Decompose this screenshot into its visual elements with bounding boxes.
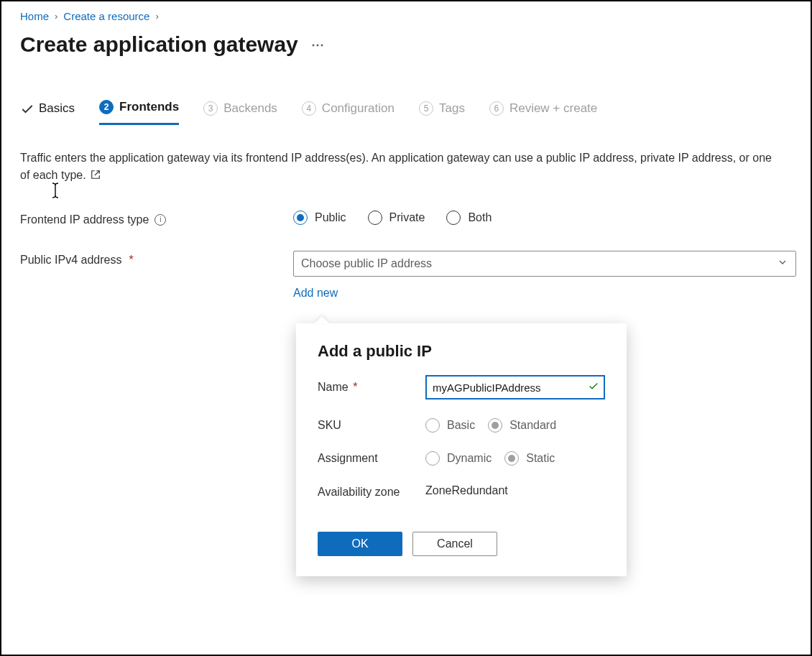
chevron-down-icon [777,257,788,271]
text-cursor-icon [52,183,59,202]
popover-name-label-text: Name [318,381,349,393]
tab-frontends-num: 2 [99,100,114,114]
add-public-ip-popover: Add a public IP Name * SKU Basic Standar… [296,323,627,576]
info-icon[interactable]: i [154,214,166,226]
chevron-right-icon: › [55,11,57,22]
more-icon[interactable]: ⋯ [311,37,326,52]
tab-configuration[interactable]: 4 Configuration [302,96,395,125]
radio-both-label: Both [468,211,492,224]
radio-assignment-static: Static [504,451,555,466]
radio-dot-icon [425,451,440,466]
radio-assignment-static-label: Static [526,452,555,465]
required-asterisk: * [129,254,133,267]
tab-basics-label: Basics [39,101,75,116]
radio-sku-basic: Basic [425,418,475,433]
popover-sku-label: SKU [318,419,425,432]
breadcrumb-create-resource[interactable]: Create a resource [63,10,149,22]
frontends-form: Frontend IP address type i Public Privat… [20,211,792,301]
radio-private-label: Private [389,211,425,224]
add-new-link[interactable]: Add new [293,287,338,300]
tab-review-num: 6 [489,101,504,116]
tab-basics[interactable]: Basics [20,96,75,125]
radio-dot-icon [446,211,461,225]
wizard-tabs: Basics 2 Frontends 3 Backends 4 Configur… [20,96,792,125]
check-icon [20,102,33,115]
frontends-description: Traffic enters the application gateway v… [20,149,782,185]
frontend-ip-type-label-text: Frontend IP address type [20,213,149,226]
radio-assignment-dynamic: Dynamic [425,451,492,466]
frontends-description-text: Traffic enters the application gateway v… [20,152,772,181]
popover-name-label: Name * [318,381,425,394]
popover-title: Add a public IP [318,342,605,361]
tab-review-create[interactable]: 6 Review + create [489,96,597,125]
radio-dot-icon [368,211,382,225]
public-ip-name-input[interactable] [425,375,605,399]
frontend-ip-type-radios: Public Private Both [293,211,796,225]
public-ipv4-label: Public IPv4 address * [20,251,293,267]
required-asterisk: * [353,381,357,393]
public-ipv4-label-text: Public IPv4 address [20,254,121,267]
tab-configuration-label: Configuration [322,101,395,116]
breadcrumb-home[interactable]: Home [20,10,49,22]
tab-backends[interactable]: 3 Backends [203,96,277,125]
tab-configuration-num: 4 [302,101,316,116]
cancel-button[interactable]: Cancel [412,532,497,556]
frontend-ip-type-label: Frontend IP address type i [20,211,293,226]
radio-both[interactable]: Both [446,211,492,225]
tab-tags-label: Tags [439,101,465,116]
radio-private[interactable]: Private [368,211,425,225]
popover-az-label: Availability zone [318,484,425,500]
public-ip-select-placeholder: Choose public IP address [301,257,432,270]
tab-backends-label: Backends [223,101,277,116]
tab-frontends-label: Frontends [119,100,179,114]
radio-dot-icon [488,418,502,433]
radio-dot-icon [504,451,519,466]
radio-assignment-dynamic-label: Dynamic [447,452,492,465]
public-ip-select[interactable]: Choose public IP address [293,251,796,277]
page-title: Create application gateway ⋯ [20,32,792,57]
radio-dot-icon [425,418,440,433]
popover-az-value: ZoneRedundant [425,484,605,497]
chevron-right-icon: › [155,11,158,22]
tab-backends-num: 3 [203,101,218,116]
tab-review-label: Review + create [509,101,597,116]
tab-frontends[interactable]: 2 Frontends [99,96,179,125]
tab-tags-num: 5 [419,101,433,116]
ok-button[interactable]: OK [318,532,402,556]
radio-sku-standard-label: Standard [509,419,556,432]
breadcrumb: Home › Create a resource › [20,10,792,22]
popover-assignment-label: Assignment [318,452,425,465]
radio-public[interactable]: Public [293,211,346,225]
external-link-icon[interactable] [91,167,101,185]
radio-sku-standard: Standard [488,418,556,433]
page-title-text: Create application gateway [20,32,298,57]
radio-public-label: Public [315,211,346,224]
radio-sku-basic-label: Basic [447,419,475,432]
radio-dot-icon [293,211,308,225]
check-icon [588,381,599,394]
tab-tags[interactable]: 5 Tags [419,96,465,125]
